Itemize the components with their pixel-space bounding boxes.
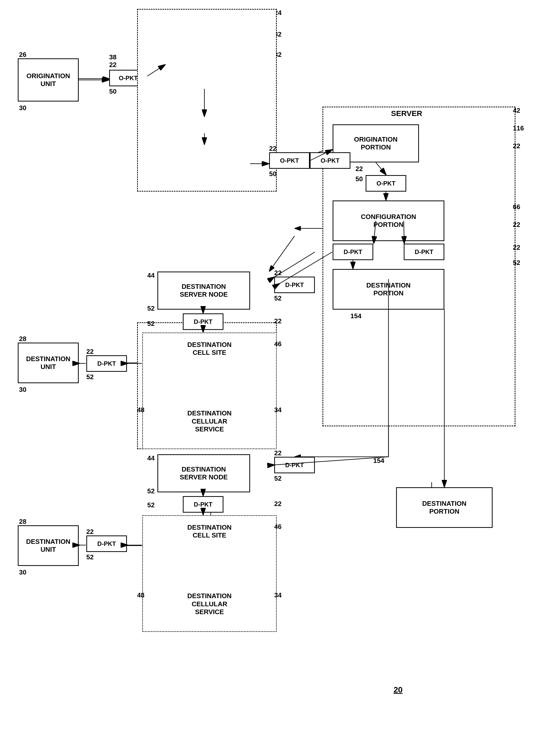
d-pkt-below-dsn1: D-PKT — [183, 313, 223, 330]
origination-portion-label: ORIGINATION PORTION — [354, 136, 397, 151]
origination-unit-label: ORIGINATION UNIT — [26, 72, 70, 88]
svg-line-14 — [269, 236, 294, 271]
ref-30-2: 30 — [19, 568, 26, 576]
ref-28-2: 28 — [19, 518, 26, 525]
destination-unit-1-label: DESTINATION UNIT — [26, 355, 70, 371]
d-pkt-config-left: D-PKT — [333, 244, 373, 260]
ref-52-du2: 52 — [86, 553, 94, 561]
destination-server-node-2-label: DESTINATION SERVER NODE — [180, 465, 228, 481]
ref-30-orig: 30 — [19, 104, 26, 112]
ref-42: 42 — [513, 107, 520, 114]
ref-20: 20 — [393, 685, 403, 695]
destination-unit-2-box: DESTINATION UNIT — [18, 525, 79, 566]
ref-44-2: 44 — [147, 454, 155, 462]
ref-52-below1: 52 — [147, 320, 155, 328]
ref-22-6: 22 — [513, 244, 520, 251]
origination-service-outer-box — [137, 9, 277, 192]
ref-52-1: 52 — [147, 304, 155, 312]
ref-28-1: 28 — [19, 335, 26, 343]
o-pkt-3: O-PKT — [269, 152, 310, 169]
destination-server-node-2-box: DESTINATION SERVER NODE — [157, 454, 250, 492]
ref-22-below1: 22 — [274, 317, 282, 325]
ref-26: 26 — [19, 51, 26, 59]
d-pkt-below-dsn2: D-PKT — [183, 496, 223, 513]
server-label: SERVER — [391, 109, 422, 118]
ref-22-5: 22 — [513, 221, 520, 229]
destination-cell-site-2-box: DESTINATION CELL SITE DESTINATION CELLUL… — [142, 515, 277, 632]
ref-154-1: 154 — [351, 312, 361, 320]
ref-48-2: 48 — [137, 591, 145, 599]
ref-66: 66 — [513, 203, 520, 211]
ref-38: 38 — [109, 53, 117, 61]
ref-22-3: 22 — [513, 142, 520, 150]
ref-52-dsn2: 52 — [274, 475, 282, 483]
ref-22-1: 22 — [109, 61, 117, 69]
ref-50-1: 50 — [109, 87, 117, 95]
ref-30-1: 30 — [19, 386, 26, 394]
destination-cellular-2-label: DESTINATION CELLULAR SERVICE — [143, 592, 276, 616]
ref-52-du1: 52 — [86, 373, 94, 381]
ref-52-2: 52 — [147, 487, 155, 495]
ref-52-config: 52 — [513, 259, 520, 267]
configuration-portion-box: CONFIGURATION PORTION — [333, 201, 444, 241]
ref-22-dsn2: 22 — [274, 449, 282, 457]
d-pkt-to-dsn2: D-PKT — [274, 457, 315, 473]
configuration-portion-label: CONFIGURATION PORTION — [361, 213, 416, 229]
ref-22-dsn1: 22 — [274, 269, 282, 277]
ref-50-2: 50 — [269, 170, 277, 178]
ref-116: 116 — [513, 124, 524, 132]
destination-server-node-1-label: DESTINATION SERVER NODE — [180, 283, 228, 299]
ref-22-4: 22 — [355, 165, 363, 173]
destination-portion-2-label: DESTINATION PORTION — [422, 500, 466, 516]
ref-48-1: 48 — [137, 406, 145, 414]
d-pkt-to-dsn1: D-PKT — [274, 277, 315, 293]
ref-34-1: 34 — [274, 406, 282, 414]
destination-unit-2-label: DESTINATION UNIT — [26, 538, 70, 553]
ref-46-2: 46 — [274, 523, 282, 531]
ref-22-du2: 22 — [86, 528, 94, 536]
ref-46-1: 46 — [274, 340, 282, 348]
destination-server-node-1-box: DESTINATION SERVER NODE — [157, 271, 250, 310]
destination-cellular-1-label: DESTINATION CELLULAR SERVICE — [143, 409, 276, 433]
destination-cell-site-1-box: DESTINATION CELL SITE DESTINATION CELLUL… — [142, 332, 277, 449]
destination-unit-1-box: DESTINATION UNIT — [18, 343, 79, 383]
ref-34-2: 34 — [274, 591, 282, 599]
destination-portion-1-box: DESTINATION PORTION — [333, 269, 444, 310]
ref-50-3: 50 — [355, 175, 363, 183]
origination-unit-box: ORIGINATION UNIT — [18, 58, 79, 102]
o-pkt-4: O-PKT — [310, 152, 351, 169]
ref-44-1: 44 — [147, 271, 155, 279]
destination-cell-site-1-label: DESTINATION CELL SITE — [143, 341, 276, 357]
d-pkt-to-du1: D-PKT — [86, 355, 127, 372]
destination-cell-site-2-label: DESTINATION CELL SITE — [143, 523, 276, 539]
destination-portion-2-box: DESTINATION PORTION — [396, 487, 492, 528]
diagram: ORIGINATION UNIT 26 30 TELEPHONE NETWORK… — [0, 0, 536, 756]
ref-52-below2: 52 — [147, 501, 155, 509]
d-pkt-config-right: D-PKT — [404, 244, 444, 260]
d-pkt-to-du2: D-PKT — [86, 535, 127, 552]
ref-154-2: 154 — [373, 457, 384, 465]
ref-22-2: 22 — [269, 145, 277, 152]
ref-52-dsn1: 52 — [274, 294, 282, 302]
o-pkt-5: O-PKT — [366, 175, 406, 192]
ref-22-du1: 22 — [86, 348, 94, 356]
ref-22-below2: 22 — [274, 500, 282, 508]
destination-portion-1-label: DESTINATION PORTION — [366, 281, 411, 297]
